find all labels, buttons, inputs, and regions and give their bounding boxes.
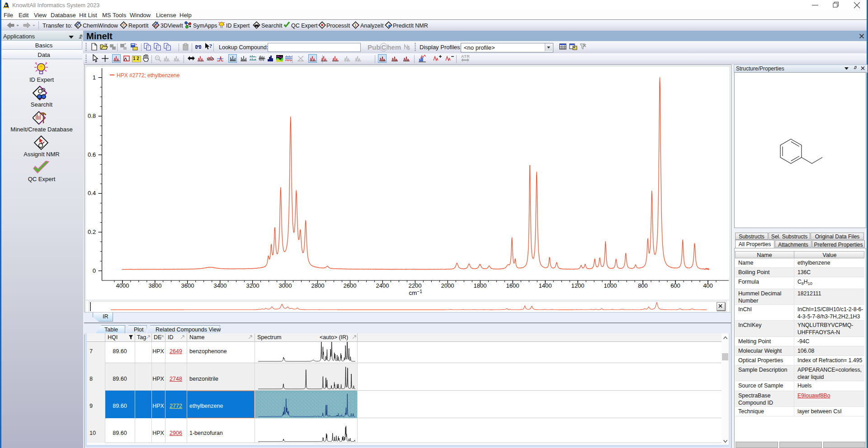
svg-text:i: i — [355, 23, 356, 28]
svg-text:?: ? — [209, 42, 212, 49]
